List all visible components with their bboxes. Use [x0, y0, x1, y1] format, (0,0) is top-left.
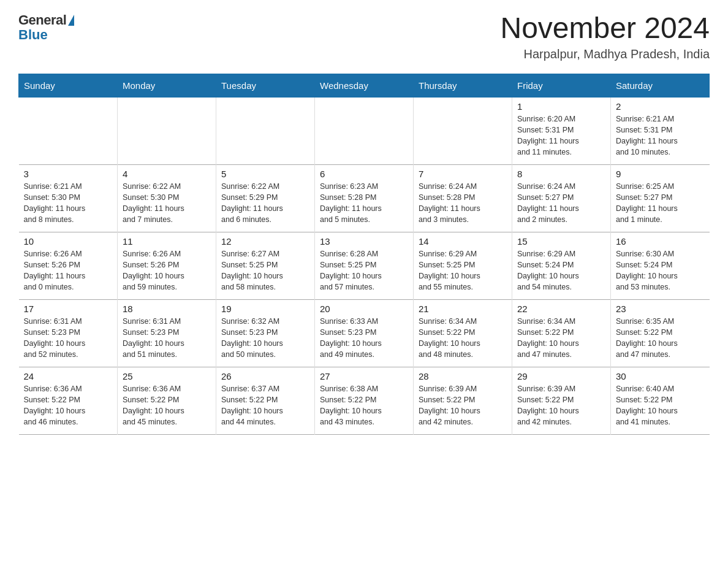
day-info: Sunrise: 6:37 AM Sunset: 5:22 PM Dayligh… [221, 383, 309, 428]
day-info: Sunrise: 6:35 AM Sunset: 5:22 PM Dayligh… [616, 316, 705, 361]
calendar-cell: 12Sunrise: 6:27 AM Sunset: 5:25 PM Dayli… [216, 232, 315, 299]
day-number: 12 [221, 236, 309, 247]
day-info: Sunrise: 6:29 AM Sunset: 5:25 PM Dayligh… [419, 248, 507, 293]
calendar-cell: 8Sunrise: 6:24 AM Sunset: 5:27 PM Daylig… [512, 164, 611, 232]
calendar-cell: 29Sunrise: 6:39 AM Sunset: 5:22 PM Dayli… [512, 367, 611, 434]
logo-general-text: General [18, 12, 66, 28]
title-block: November 2024 Harpalpur, Madhya Pradesh,… [500, 12, 710, 61]
day-info: Sunrise: 6:25 AM Sunset: 5:27 PM Dayligh… [616, 181, 705, 226]
calendar-cell: 15Sunrise: 6:29 AM Sunset: 5:24 PM Dayli… [512, 232, 611, 299]
day-number: 15 [517, 236, 605, 247]
calendar-cell: 17Sunrise: 6:31 AM Sunset: 5:23 PM Dayli… [19, 299, 118, 367]
calendar-cell [19, 97, 118, 164]
day-number: 10 [24, 236, 113, 247]
calendar-cell: 1Sunrise: 6:20 AM Sunset: 5:31 PM Daylig… [512, 97, 611, 164]
day-number: 1 [517, 101, 605, 112]
day-info: Sunrise: 6:31 AM Sunset: 5:23 PM Dayligh… [123, 316, 211, 361]
day-number: 13 [320, 236, 408, 247]
calendar-cell: 19Sunrise: 6:32 AM Sunset: 5:23 PM Dayli… [216, 299, 315, 367]
weekday-header-row: SundayMondayTuesdayWednesdayThursdayFrid… [19, 74, 710, 97]
day-number: 5 [221, 169, 309, 179]
weekday-header-thursday: Thursday [414, 74, 512, 97]
calendar-week-3: 10Sunrise: 6:26 AM Sunset: 5:26 PM Dayli… [19, 232, 710, 299]
weekday-header-monday: Monday [118, 74, 216, 97]
calendar-cell: 11Sunrise: 6:26 AM Sunset: 5:26 PM Dayli… [118, 232, 216, 299]
day-number: 23 [616, 304, 705, 314]
day-number: 24 [24, 371, 113, 381]
day-number: 16 [616, 236, 705, 247]
day-number: 21 [419, 304, 507, 314]
calendar-cell: 21Sunrise: 6:34 AM Sunset: 5:22 PM Dayli… [414, 299, 512, 367]
day-number: 22 [517, 304, 605, 314]
page-header: General Blue November 2024 Harpalpur, Ma… [18, 12, 710, 61]
day-info: Sunrise: 6:31 AM Sunset: 5:23 PM Dayligh… [24, 316, 113, 361]
day-number: 2 [616, 101, 705, 112]
day-number: 25 [123, 371, 211, 381]
day-number: 4 [123, 169, 211, 179]
calendar-week-4: 17Sunrise: 6:31 AM Sunset: 5:23 PM Dayli… [19, 299, 710, 367]
day-number: 7 [419, 169, 507, 179]
calendar-table: SundayMondayTuesdayWednesdayThursdayFrid… [18, 74, 710, 435]
calendar-cell: 9Sunrise: 6:25 AM Sunset: 5:27 PM Daylig… [611, 164, 710, 232]
day-info: Sunrise: 6:22 AM Sunset: 5:30 PM Dayligh… [123, 181, 211, 226]
logo-triangle-icon [68, 15, 74, 26]
calendar-cell: 10Sunrise: 6:26 AM Sunset: 5:26 PM Dayli… [19, 232, 118, 299]
day-number: 30 [616, 371, 705, 381]
day-number: 29 [517, 371, 605, 381]
calendar-cell: 26Sunrise: 6:37 AM Sunset: 5:22 PM Dayli… [216, 367, 315, 434]
logo-blue-text: Blue [18, 27, 48, 43]
day-info: Sunrise: 6:24 AM Sunset: 5:27 PM Dayligh… [517, 181, 605, 226]
day-number: 3 [24, 169, 113, 179]
day-info: Sunrise: 6:36 AM Sunset: 5:22 PM Dayligh… [123, 383, 211, 428]
calendar-cell: 14Sunrise: 6:29 AM Sunset: 5:25 PM Dayli… [414, 232, 512, 299]
day-info: Sunrise: 6:30 AM Sunset: 5:24 PM Dayligh… [616, 248, 705, 293]
day-number: 20 [320, 304, 408, 314]
calendar-cell [315, 97, 414, 164]
day-info: Sunrise: 6:21 AM Sunset: 5:31 PM Dayligh… [616, 113, 705, 158]
day-info: Sunrise: 6:28 AM Sunset: 5:25 PM Dayligh… [320, 248, 408, 293]
day-info: Sunrise: 6:36 AM Sunset: 5:22 PM Dayligh… [24, 383, 113, 428]
calendar-week-5: 24Sunrise: 6:36 AM Sunset: 5:22 PM Dayli… [19, 367, 710, 434]
day-info: Sunrise: 6:20 AM Sunset: 5:31 PM Dayligh… [517, 113, 605, 158]
calendar-cell: 16Sunrise: 6:30 AM Sunset: 5:24 PM Dayli… [611, 232, 710, 299]
calendar-cell: 2Sunrise: 6:21 AM Sunset: 5:31 PM Daylig… [611, 97, 710, 164]
calendar-cell: 5Sunrise: 6:22 AM Sunset: 5:29 PM Daylig… [216, 164, 315, 232]
calendar-week-2: 3Sunrise: 6:21 AM Sunset: 5:30 PM Daylig… [19, 164, 710, 232]
calendar-cell: 6Sunrise: 6:23 AM Sunset: 5:28 PM Daylig… [315, 164, 414, 232]
calendar-cell: 22Sunrise: 6:34 AM Sunset: 5:22 PM Dayli… [512, 299, 611, 367]
calendar-cell: 7Sunrise: 6:24 AM Sunset: 5:28 PM Daylig… [414, 164, 512, 232]
day-number: 26 [221, 371, 309, 381]
day-number: 27 [320, 371, 408, 381]
day-number: 6 [320, 169, 408, 179]
calendar-cell: 13Sunrise: 6:28 AM Sunset: 5:25 PM Dayli… [315, 232, 414, 299]
day-number: 19 [221, 304, 309, 314]
calendar-cell: 25Sunrise: 6:36 AM Sunset: 5:22 PM Dayli… [118, 367, 216, 434]
day-number: 17 [24, 304, 113, 314]
day-info: Sunrise: 6:23 AM Sunset: 5:28 PM Dayligh… [320, 181, 408, 226]
day-info: Sunrise: 6:33 AM Sunset: 5:23 PM Dayligh… [320, 316, 408, 361]
day-number: 8 [517, 169, 605, 179]
day-info: Sunrise: 6:24 AM Sunset: 5:28 PM Dayligh… [419, 181, 507, 226]
calendar-cell: 23Sunrise: 6:35 AM Sunset: 5:22 PM Dayli… [611, 299, 710, 367]
weekday-header-saturday: Saturday [611, 74, 710, 97]
day-info: Sunrise: 6:34 AM Sunset: 5:22 PM Dayligh… [419, 316, 507, 361]
location-subtitle: Harpalpur, Madhya Pradesh, India [500, 47, 710, 61]
calendar-cell: 24Sunrise: 6:36 AM Sunset: 5:22 PM Dayli… [19, 367, 118, 434]
day-number: 28 [419, 371, 507, 381]
day-info: Sunrise: 6:32 AM Sunset: 5:23 PM Dayligh… [221, 316, 309, 361]
day-info: Sunrise: 6:29 AM Sunset: 5:24 PM Dayligh… [517, 248, 605, 293]
day-info: Sunrise: 6:39 AM Sunset: 5:22 PM Dayligh… [517, 383, 605, 428]
logo: General Blue [18, 12, 74, 43]
day-info: Sunrise: 6:27 AM Sunset: 5:25 PM Dayligh… [221, 248, 309, 293]
weekday-header-sunday: Sunday [19, 74, 118, 97]
day-info: Sunrise: 6:39 AM Sunset: 5:22 PM Dayligh… [419, 383, 507, 428]
calendar-cell: 3Sunrise: 6:21 AM Sunset: 5:30 PM Daylig… [19, 164, 118, 232]
day-info: Sunrise: 6:26 AM Sunset: 5:26 PM Dayligh… [123, 248, 211, 293]
calendar-cell [414, 97, 512, 164]
calendar-cell: 4Sunrise: 6:22 AM Sunset: 5:30 PM Daylig… [118, 164, 216, 232]
calendar-cell: 30Sunrise: 6:40 AM Sunset: 5:22 PM Dayli… [611, 367, 710, 434]
calendar-cell [216, 97, 315, 164]
calendar-cell: 20Sunrise: 6:33 AM Sunset: 5:23 PM Dayli… [315, 299, 414, 367]
calendar-cell: 18Sunrise: 6:31 AM Sunset: 5:23 PM Dayli… [118, 299, 216, 367]
weekday-header-wednesday: Wednesday [315, 74, 414, 97]
